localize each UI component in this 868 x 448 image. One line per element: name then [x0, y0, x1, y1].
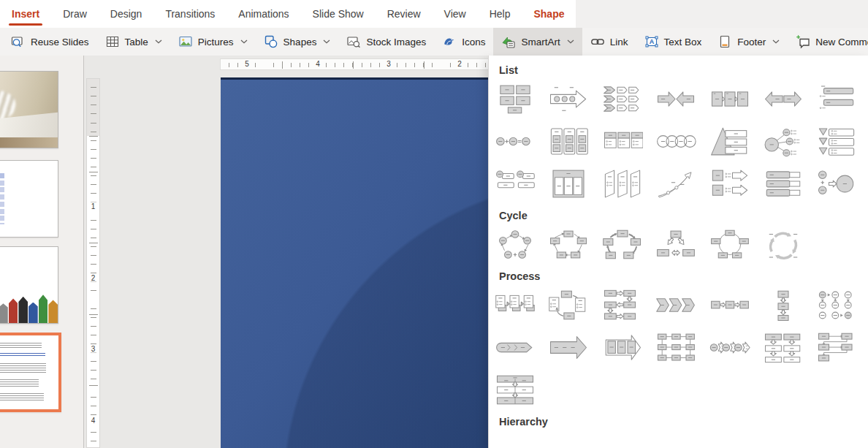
tab-transitions[interactable]: Transitions	[153, 0, 226, 28]
smartart-item-vertical-box-list[interactable]	[548, 125, 601, 157]
smartart-item-connected-box-grid[interactable]	[655, 331, 709, 363]
tab-shape[interactable]: Shape	[522, 0, 576, 28]
tab-review[interactable]: Review	[376, 0, 433, 28]
smartart-item-diverging-arrows[interactable]	[763, 83, 816, 115]
diverging-cycle-icon	[655, 229, 696, 260]
smartart-item-phased-process[interactable]	[763, 331, 816, 363]
vertical-box-list-icon	[548, 126, 589, 157]
reuse-slides-button[interactable]: Reuse Slides	[3, 28, 97, 56]
segmented-process-icon	[495, 374, 536, 406]
smartart-item-basic-block-list[interactable]	[495, 83, 548, 115]
smartart-item-alternating-flow[interactable]	[548, 289, 601, 321]
slide-thumbnail-2[interactable]	[0, 160, 58, 238]
tab-draw[interactable]: Draw	[51, 0, 99, 28]
smartart-item-vertical-arrow-list[interactable]	[816, 125, 868, 157]
smartart-item-circle-grid-process[interactable]	[816, 289, 868, 321]
smartart-item-trapezoid-list[interactable]	[602, 167, 655, 200]
chevron-down-icon	[771, 39, 780, 44]
smartart-item-continuous-arrow-ring[interactable]	[763, 228, 816, 260]
horizontal-ruler: 5432	[220, 58, 503, 70]
footer-button[interactable]: Footer	[709, 28, 788, 56]
smartart-item-chevron-process[interactable]	[655, 289, 709, 321]
horizontal-bullet-list-icon	[602, 126, 643, 157]
smartart-item-closed-chevron-process[interactable]	[495, 331, 548, 363]
circle-cycle-icon	[495, 229, 536, 260]
smartart-item-vertical-chevron-list[interactable]	[602, 83, 655, 115]
smartart-item-grouped-bullet-list[interactable]	[495, 167, 548, 200]
closed-chevron-process-icon	[495, 332, 536, 363]
smartart-item-continuous-block-process[interactable]	[602, 331, 655, 363]
smartart-item-square-accent-arrows[interactable]	[709, 167, 763, 200]
smartart-button[interactable]: SmartArt	[493, 28, 582, 56]
accent-process-icon	[495, 289, 536, 321]
smartart-item-bar-picture-list[interactable]	[763, 167, 816, 200]
tab-slide-show[interactable]: Slide Show	[301, 0, 376, 28]
pencil	[0, 303, 8, 323]
vertical-ruler: 1234	[86, 78, 100, 448]
h-ruler-number: 3	[385, 60, 392, 68]
button-label: Text Box	[664, 37, 702, 48]
tab-view[interactable]: View	[433, 0, 478, 28]
smartart-item-nondirectional-cycle[interactable]	[709, 228, 763, 260]
smartart-item-circle-arrow-process[interactable]	[709, 331, 763, 363]
text-box-button[interactable]: AText Box	[636, 28, 710, 56]
block-cycle-icon	[602, 229, 643, 260]
alternating-flow-icon	[548, 289, 589, 321]
smartart-item-picture-caption-list[interactable]	[709, 83, 763, 115]
pictures-button[interactable]: Pictures	[170, 28, 256, 56]
icons-button[interactable]: Icons	[434, 28, 493, 56]
new-comment-button[interactable]: New Comment	[788, 28, 868, 56]
smartart-item-equation[interactable]	[495, 125, 548, 157]
smartart-item-accent-process[interactable]	[495, 289, 548, 321]
powerpoint-window: InsertDrawDesignTransitionsAnimationsSli…	[0, 0, 868, 448]
smartart-item-vertical-bending-process[interactable]	[763, 289, 816, 321]
slide-thumbnail-1[interactable]	[0, 71, 58, 148]
smartart-item-linear-venn[interactable]	[655, 125, 709, 157]
smartart-item-converging-arrows[interactable]	[655, 83, 709, 115]
shapes-button[interactable]: Shapes	[256, 28, 339, 56]
link-button[interactable]: Link	[582, 28, 636, 56]
smartart-item-step-process[interactable]	[816, 331, 868, 363]
tab-insert[interactable]: Insert	[0, 0, 51, 28]
smartart-item-upward-arrow[interactable]	[655, 167, 709, 200]
smartart-item-segmented-process[interactable]	[495, 373, 548, 406]
stock-images-button[interactable]: Stock Images	[338, 28, 434, 56]
step-process-icon	[816, 332, 857, 363]
smartart-item-circle-cycle[interactable]	[495, 228, 548, 260]
smartart-item-converging-circles[interactable]	[816, 167, 868, 200]
upward-arrow-icon	[655, 168, 696, 200]
pencil	[9, 298, 18, 323]
slide-thumbnail-4-selected[interactable]	[0, 333, 61, 412]
button-label: Shapes	[283, 37, 317, 48]
tab-animations[interactable]: Animations	[226, 0, 300, 28]
smartart-item-diverging-cycle[interactable]	[655, 228, 709, 260]
smartart-item-radial-bullet-list[interactable]	[763, 125, 816, 157]
smartart-item-block-cycle[interactable]	[602, 228, 655, 260]
button-label: Link	[610, 37, 628, 48]
table-list-icon	[548, 168, 589, 200]
pencil	[39, 295, 48, 323]
slide-thumbnail-3[interactable]	[0, 246, 58, 324]
vertical-arrow-list-icon	[816, 126, 857, 157]
smartart-item-basic-cycle[interactable]	[548, 228, 601, 260]
pencil	[28, 303, 38, 323]
smartart-item-table-list[interactable]	[548, 167, 601, 200]
reuse-slides-icon	[11, 34, 26, 49]
stock-images-icon	[346, 34, 361, 49]
smartart-item-stacked-bullet-bars[interactable]	[816, 83, 868, 115]
smartart-item-box-arrow-process[interactable]	[709, 289, 763, 321]
pictures-icon	[178, 34, 193, 49]
smartart-item-continuous-arrow-process[interactable]	[548, 331, 601, 363]
smartart-item-picture-accent-process[interactable]	[548, 83, 601, 115]
smartart-item-repeating-bending-process[interactable]	[602, 289, 655, 321]
ribbon-toolbar: Reuse SlidesTablePicturesShapesStock Ima…	[0, 28, 868, 56]
ribbon-tab-bar: InsertDrawDesignTransitionsAnimationsSli…	[0, 0, 868, 28]
table-button[interactable]: Table	[97, 28, 170, 56]
button-label: Table	[125, 37, 148, 48]
diverging-arrows-icon	[763, 83, 804, 115]
smartart-item-pyramid-list[interactable]	[709, 125, 763, 157]
tab-help[interactable]: Help	[478, 0, 522, 28]
smartart-item-horizontal-bullet-list[interactable]	[602, 125, 655, 157]
link-icon	[590, 34, 605, 49]
tab-design[interactable]: Design	[99, 0, 154, 28]
